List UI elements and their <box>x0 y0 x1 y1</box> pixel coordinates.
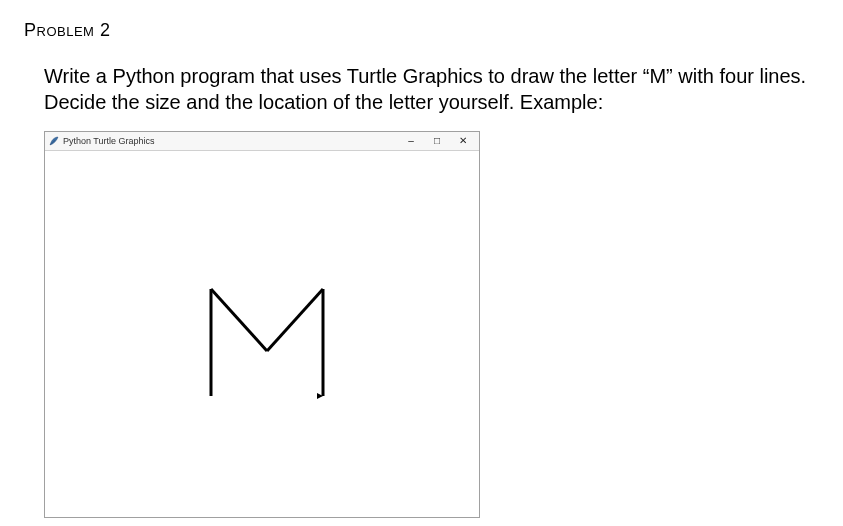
window-title: Python Turtle Graphics <box>63 136 405 146</box>
problem-number: 2 <box>100 20 111 40</box>
turtle-window: Python Turtle Graphics – □ ✕ <box>44 131 480 518</box>
letter-m-drawing <box>211 289 323 396</box>
minimize-button[interactable]: – <box>405 135 417 147</box>
turtle-canvas <box>45 151 479 517</box>
close-button[interactable]: ✕ <box>457 135 469 147</box>
svg-line-3 <box>267 289 323 351</box>
window-controls: – □ ✕ <box>405 135 475 147</box>
maximize-button[interactable]: □ <box>431 135 443 147</box>
problem-label: Problem <box>24 20 94 40</box>
problem-instruction: Write a Python program that uses Turtle … <box>44 63 819 115</box>
svg-line-2 <box>211 289 267 351</box>
window-titlebar: Python Turtle Graphics – □ ✕ <box>45 132 479 151</box>
problem-title: Problem 2 <box>24 20 819 41</box>
feather-icon <box>49 136 59 146</box>
